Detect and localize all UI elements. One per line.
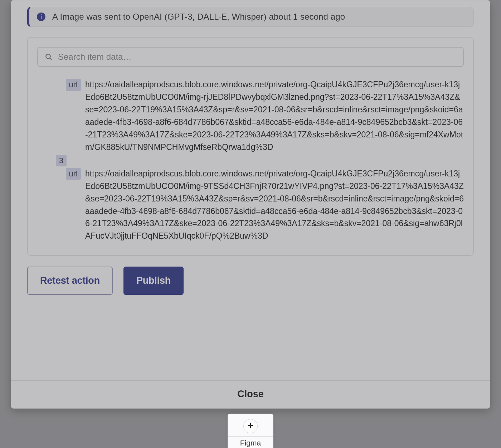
alert-message: A Image was sent to OpenAI (GPT-3, DALL·… xyxy=(52,12,345,22)
publish-button[interactable]: Publish xyxy=(123,267,184,295)
info-icon xyxy=(37,12,46,21)
index-tag: 3 xyxy=(56,155,67,167)
data-index-row: 3 xyxy=(37,154,464,167)
data-value: https://oaidalleapiprodscus.blob.core.wi… xyxy=(85,78,464,154)
action-bar: Retest action Publish xyxy=(27,267,474,306)
dock-app-label[interactable]: Figma xyxy=(238,438,263,448)
modal-body: A Image was sent to OpenAI (GPT-3, DALL·… xyxy=(11,0,490,380)
retest-action-button[interactable]: Retest action xyxy=(27,267,113,295)
result-data-list: url https://oaidalleapiprodscus.blob.cor… xyxy=(37,78,464,242)
add-button[interactable]: + xyxy=(243,419,258,433)
svg-point-2 xyxy=(40,14,42,15)
svg-line-4 xyxy=(50,58,52,60)
data-key: url xyxy=(37,167,81,180)
result-data-panel: url https://oaidalleapiprodscus.blob.cor… xyxy=(27,37,474,256)
status-alert: A Image was sent to OpenAI (GPT-3, DALL·… xyxy=(27,7,474,27)
test-result-modal: A Image was sent to OpenAI (GPT-3, DALL·… xyxy=(11,0,490,409)
search-icon xyxy=(44,53,53,61)
dock-label-wrap: Figma xyxy=(228,436,273,448)
data-key: url xyxy=(37,78,81,91)
key-tag-url: url xyxy=(66,168,81,180)
key-tag-url: url xyxy=(66,79,81,91)
data-index: 3 xyxy=(37,154,67,167)
svg-rect-1 xyxy=(41,16,42,19)
plus-icon: + xyxy=(247,420,254,431)
data-row: url https://oaidalleapiprodscus.blob.cor… xyxy=(37,78,464,154)
search-field-wrapper[interactable] xyxy=(37,47,464,67)
data-value: https://oaidalleapiprodscus.blob.core.wi… xyxy=(85,167,464,243)
close-button[interactable]: Close xyxy=(11,380,490,408)
data-row: url https://oaidalleapiprodscus.blob.cor… xyxy=(37,167,464,243)
dock-panel: + Figma xyxy=(228,414,273,448)
search-input[interactable] xyxy=(58,52,457,62)
